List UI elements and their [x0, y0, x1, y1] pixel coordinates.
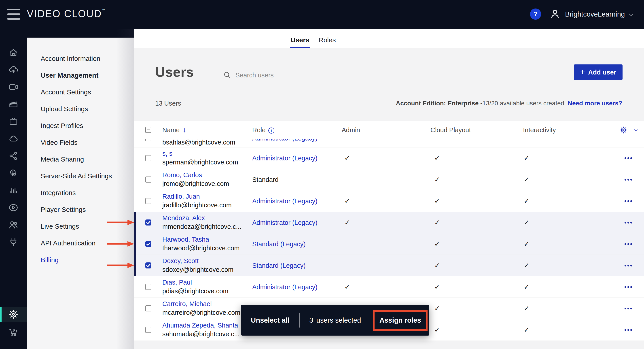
rail-upload-icon[interactable] — [0, 61, 27, 78]
user-name-link[interactable]: Mendoza, Alex — [162, 214, 205, 222]
user-count: 13 Users — [155, 100, 181, 107]
row-actions-button[interactable] — [623, 147, 634, 169]
row-actions-button[interactable] — [623, 169, 634, 190]
row-actions-button[interactable] — [623, 255, 634, 276]
rail-interactivity-icon[interactable] — [0, 164, 27, 182]
table-row[interactable]: Doxey, Scottsdoxey@brightcove.comStandar… — [134, 255, 644, 276]
user-name-link[interactable]: Dias, Paul — [162, 279, 192, 286]
unselect-all-button[interactable]: Unselect all — [241, 316, 299, 324]
user-name-link[interactable]: Radillo, Juan — [162, 193, 200, 200]
hamburger-menu-icon[interactable] — [8, 9, 20, 20]
user-role-link[interactable]: Standard (Legacy) — [252, 255, 306, 276]
user-role-link[interactable]: Administrator (Legacy) — [252, 190, 318, 212]
rail-share-icon[interactable] — [0, 147, 27, 164]
table-row-partial[interactable]: bsahlas@brightcove.com Administrator (Le… — [134, 139, 644, 147]
cloud-playout-checkmark: ✓ — [433, 169, 441, 190]
tab-users[interactable]: Users — [291, 36, 309, 44]
rail-plug-icon[interactable] — [0, 233, 27, 251]
sidebar-item-video-fields[interactable]: Video Fields — [27, 134, 134, 151]
selection-action-bar: Unselect all 3users selected Assign role… — [241, 305, 429, 335]
user-name-link[interactable]: Romo, Carlos — [162, 171, 202, 179]
sidebar-item-integrations[interactable]: Integrations — [27, 184, 134, 201]
column-settings-chevron-icon[interactable] — [633, 128, 639, 133]
row-checkbox[interactable] — [145, 219, 152, 225]
table-row[interactable]: Harwood, Tashatharwood@brightcove.comSta… — [134, 233, 644, 255]
row-actions-button[interactable] — [623, 212, 634, 233]
sidebar-item-upload-settings[interactable]: Upload Settings — [27, 101, 134, 117]
top-bar: VIDEO CLOUD™ ? BrightcoveLearning — [0, 0, 644, 29]
row-actions-button[interactable] — [623, 233, 634, 255]
sidebar-item-server-side-ad-settings[interactable]: Server-Side Ad Settings — [27, 168, 134, 184]
rail-media-icon[interactable] — [0, 96, 27, 113]
info-icon[interactable]: i — [268, 128, 274, 134]
row-checkbox[interactable] — [145, 305, 152, 311]
assign-roles-button[interactable]: Assign roles — [373, 310, 428, 331]
admin-checkmark: ✓ — [344, 147, 351, 169]
cloud-playout-checkmark: ✓ — [433, 147, 441, 169]
rail-settings-icon[interactable] — [0, 307, 27, 322]
rail-cloud-icon[interactable] — [0, 130, 27, 147]
row-checkbox[interactable] — [145, 262, 152, 268]
settings-sidebar: Account InformationUser ManagementAccoun… — [27, 29, 134, 349]
select-all-checkbox[interactable] — [145, 127, 152, 133]
user-name-link[interactable]: s, s — [162, 150, 172, 157]
trademark-symbol: ™ — [102, 8, 105, 12]
rail-tv-icon[interactable] — [0, 113, 27, 130]
rail-analytics-icon[interactable] — [0, 182, 27, 199]
search-input[interactable] — [236, 70, 302, 80]
table-row[interactable]: Mendoza, Alexmmendoza@brightcove.c...Adm… — [134, 212, 644, 233]
sidebar-item-account-settings[interactable]: Account Settings — [27, 84, 134, 101]
rail-player-icon[interactable] — [0, 199, 27, 216]
sidebar-item-account-information[interactable]: Account Information — [27, 50, 134, 67]
plus-icon: + — [580, 67, 585, 77]
row-checkbox[interactable] — [145, 284, 152, 290]
column-header-name[interactable]: Name↓ — [162, 121, 186, 139]
need-more-users-link[interactable]: Need more users? — [568, 100, 622, 107]
add-user-button[interactable]: + Add user — [574, 65, 622, 80]
annotation-arrow — [107, 241, 134, 247]
user-name-link[interactable]: Ahumada Zepeda, Shanta — [162, 322, 238, 329]
row-checkbox[interactable] — [145, 155, 152, 161]
tab-strip: Users Roles — [134, 29, 644, 48]
user-name-link[interactable]: Carreiro, Michael — [162, 300, 212, 308]
sidebar-item-media-sharing[interactable]: Media Sharing — [27, 151, 134, 168]
row-checkbox[interactable] — [145, 241, 152, 247]
user-role-link[interactable]: Administrator (Legacy) — [252, 147, 318, 169]
rail-home-icon[interactable] — [0, 44, 27, 61]
column-settings-gear-icon[interactable] — [620, 126, 628, 134]
row-actions-button[interactable] — [623, 190, 634, 212]
table-row[interactable]: Radillo, Juanjradillo@brightcove.comAdmi… — [134, 190, 644, 212]
row-checkbox[interactable] — [145, 177, 152, 183]
column-header-admin: Admin — [342, 121, 360, 139]
row-checkbox[interactable] — [145, 327, 152, 333]
user-role: Standard — [252, 169, 278, 190]
user-role-link[interactable]: Administrator (Legacy) — [252, 139, 318, 147]
annotation-arrow — [107, 219, 134, 225]
tab-roles[interactable]: Roles — [319, 36, 336, 44]
row-actions-button[interactable] — [623, 276, 634, 298]
table-row[interactable]: Dias, Paulpdias@brightcove.comAdministra… — [134, 276, 644, 297]
user-role-link[interactable]: Administrator (Legacy) — [252, 212, 318, 233]
sidebar-item-user-management[interactable]: User Management — [27, 67, 134, 84]
user-name-link[interactable]: Harwood, Tasha — [162, 236, 209, 243]
sort-descending-icon[interactable]: ↓ — [183, 126, 186, 134]
account-name[interactable]: BrightcoveLearning — [565, 10, 625, 18]
user-role-link[interactable]: Administrator (Legacy) — [252, 276, 318, 298]
page-title: Users — [155, 64, 194, 80]
sidebar-item-player-settings[interactable]: Player Settings — [27, 201, 134, 218]
row-checkbox[interactable] — [145, 139, 152, 141]
interactivity-checkmark: ✓ — [523, 169, 530, 190]
rail-marketplace-icon[interactable] — [0, 323, 27, 341]
chevron-down-icon[interactable] — [628, 11, 634, 18]
rail-camera-icon[interactable] — [0, 78, 27, 96]
row-actions-button[interactable] — [623, 298, 634, 319]
user-role-link[interactable]: Standard (Legacy) — [252, 233, 306, 255]
user-name-link[interactable]: Doxey, Scott — [162, 257, 198, 265]
help-button[interactable]: ? — [530, 9, 541, 20]
table-row[interactable]: Romo, Carlosjromo@brightcove.comStandard… — [134, 169, 644, 190]
rail-users-icon[interactable] — [0, 216, 27, 233]
sidebar-item-ingest-profiles[interactable]: Ingest Profiles — [27, 117, 134, 134]
row-actions-button[interactable] — [623, 319, 634, 341]
row-checkbox[interactable] — [145, 198, 152, 204]
table-row[interactable]: s, ssperman@brightcove.comAdministrator … — [134, 147, 644, 169]
